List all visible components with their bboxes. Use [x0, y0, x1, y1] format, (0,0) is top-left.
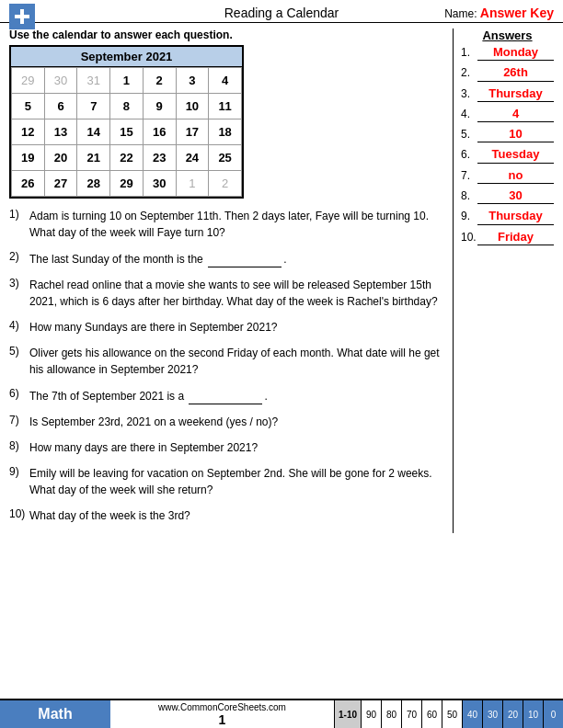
question-text: What day of the week is the 3rd? — [29, 507, 445, 524]
question-item: 7)Is September 23rd, 2021 on a weekend (… — [9, 414, 445, 430]
score-box: 40 — [462, 700, 482, 728]
score-range-label: 1-10 — [334, 700, 361, 728]
score-box: 80 — [381, 700, 401, 728]
question-number: 10) — [9, 507, 29, 520]
calendar-cell: 9 — [143, 94, 176, 119]
calendar-cell: 14 — [77, 119, 110, 145]
question-number: 3) — [9, 277, 29, 290]
calendar-table: 2930311234567891011121314151617181920212… — [11, 67, 242, 197]
footer-scores: 1-10 9080706050403020100 — [334, 700, 563, 728]
answer-item: 10.Friday — [461, 231, 554, 245]
calendar-cell: 11 — [209, 94, 242, 119]
question-item: 3)Rachel read online that a movie she wa… — [9, 277, 445, 310]
logo — [9, 4, 35, 29]
question-item: 1)Adam is turning 10 on September 11th. … — [9, 208, 445, 241]
score-box: 0 — [543, 700, 563, 728]
answer-item: 8.30 — [461, 189, 554, 204]
calendar-cell: 29 — [110, 171, 144, 197]
calendar-cell: 13 — [44, 119, 77, 145]
calendar-cell: 22 — [110, 145, 144, 171]
footer-math-label: Math — [0, 700, 110, 728]
answers-title: Answers — [461, 28, 554, 42]
question-text: The last Sunday of the month is the . — [29, 250, 445, 267]
page-footer: Math www.CommonCoreSheets.com 1 1-10 908… — [0, 699, 563, 728]
question-number: 4) — [9, 319, 29, 332]
question-number: 1) — [9, 208, 29, 221]
calendar-cell: 5 — [12, 94, 45, 119]
answer-num: 8. — [461, 189, 477, 202]
website-url: www.CommonCoreSheets.com — [158, 702, 286, 712]
answer-num: 4. — [461, 108, 477, 120]
calendar-cell: 7 — [77, 94, 110, 119]
question-number: 2) — [9, 250, 29, 263]
calendar-cell: 20 — [44, 145, 77, 171]
question-item: 10)What day of the week is the 3rd? — [9, 507, 445, 524]
answer-value: 4 — [477, 108, 554, 122]
calendar-cell: 2 — [143, 68, 176, 94]
calendar-cell: 27 — [44, 171, 77, 197]
calendar-cell: 1 — [176, 171, 209, 197]
answer-num: 5. — [461, 128, 477, 141]
answer-num: 10. — [461, 231, 477, 244]
answer-num: 9. — [461, 210, 477, 222]
calendar-cell: 25 — [209, 145, 242, 171]
question-number: 8) — [9, 439, 29, 452]
page-header: Reading a Calendar Name: Answer Key — [0, 0, 563, 23]
score-box: 50 — [442, 700, 462, 728]
name-label: Name: — [444, 7, 477, 20]
calendar-cell: 1 — [110, 68, 144, 94]
answer-item: 3.Thursday — [461, 87, 554, 102]
score-box: 70 — [401, 700, 421, 728]
answers-panel: Answers 1.Monday2.26th3.Thursday4.45.106… — [453, 28, 554, 533]
question-text: Oliver gets his allowance on the second … — [29, 345, 445, 378]
calendar-cell: 31 — [77, 68, 110, 94]
calendar-cell: 3 — [176, 68, 209, 94]
question-item: 8)How many days are there in September 2… — [9, 439, 445, 456]
question-item: 5)Oliver gets his allowance on the secon… — [9, 345, 445, 378]
question-text: The 7th of September 2021 is a . — [29, 387, 445, 404]
answer-item: 1.Monday — [461, 46, 554, 61]
answer-item: 2.26th — [461, 66, 554, 81]
calendar-cell: 26 — [12, 171, 45, 197]
answer-value: Monday — [477, 46, 554, 61]
answer-num: 6. — [461, 148, 477, 161]
question-number: 5) — [9, 345, 29, 358]
answer-value: Tuesday — [477, 148, 554, 163]
score-box: 60 — [421, 700, 442, 728]
answer-value: no — [477, 169, 554, 184]
name-area: Name: Answer Key — [444, 6, 554, 20]
answer-item: 4.4 — [461, 108, 554, 122]
calendar-cell: 23 — [143, 145, 176, 171]
calendar-cell: 2 — [209, 171, 242, 197]
score-box: 20 — [502, 700, 523, 728]
answer-blank — [189, 387, 262, 404]
question-item: 4)How many Sundays are there in Septembe… — [9, 319, 445, 336]
calendar-cell: 16 — [143, 119, 176, 145]
calendar-cell: 12 — [12, 119, 45, 145]
question-text: Adam is turning 10 on September 11th. Th… — [29, 208, 445, 241]
score-box: 10 — [523, 700, 543, 728]
calendar: September 2021 2930311234567891011121314… — [9, 45, 244, 199]
left-panel: Use the calendar to answer each question… — [9, 28, 453, 533]
question-text: How many Sundays are there in September … — [29, 319, 445, 336]
page-title: Reading a Calendar — [224, 6, 339, 20]
calendar-cell: 10 — [176, 94, 209, 119]
answer-item: 7.no — [461, 169, 554, 184]
question-text: Is September 23rd, 2021 on a weekend (ye… — [29, 414, 445, 430]
calendar-cell: 19 — [12, 145, 45, 171]
answer-item: 5.10 — [461, 128, 554, 142]
calendar-cell: 30 — [44, 68, 77, 94]
question-item: 9)Emily will be leaving for vacation on … — [9, 465, 445, 498]
answer-num: 3. — [461, 87, 477, 100]
calendar-cell: 29 — [12, 68, 45, 94]
question-number: 6) — [9, 387, 29, 400]
calendar-title: September 2021 — [11, 47, 242, 67]
answer-value: Thursday — [477, 210, 554, 224]
calendar-cell: 30 — [143, 171, 176, 197]
answer-num: 1. — [461, 46, 477, 59]
answer-item: 9.Thursday — [461, 210, 554, 224]
answer-value: Thursday — [477, 87, 554, 102]
answer-value: 30 — [477, 189, 554, 204]
question-item: 6)The 7th of September 2021 is a . — [9, 387, 445, 404]
answer-value: 10 — [477, 128, 554, 142]
